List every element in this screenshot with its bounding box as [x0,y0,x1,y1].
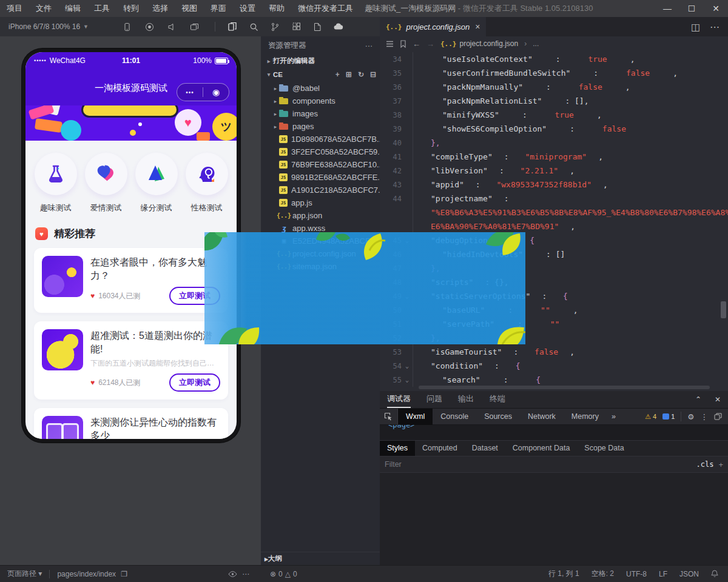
fold-chevron-icon[interactable]: ⌄ [402,363,413,369]
toggle-class-button[interactable]: .cls [696,460,714,469]
file-tree-item[interactable]: JS A1901C218A52ABCFC7... [261,184,380,196]
tab-debugger[interactable]: 调试器 [387,391,411,408]
menu-item[interactable]: 转到 [116,0,146,17]
fold-chevron-icon[interactable]: ⌄ [402,376,413,383]
breadcrumb-file[interactable]: {..}project.config.json [440,39,518,48]
menu-item[interactable]: 文件 [29,0,58,17]
wxml-node[interactable]: <page> [388,425,414,429]
collapse-all-icon[interactable]: ⊟ [370,70,376,79]
devtools-tab-console[interactable]: Console [433,409,476,425]
problems-indicator[interactable]: ⊗0 △0 [270,570,297,578]
test-card[interactable]: 来测测你让异性心动的指数有多少 ♥ 55320人已测 立即测试 [34,408,228,439]
code-line[interactable]: 40 }, [380,136,728,150]
copy-path-icon[interactable]: ❐ [121,570,127,578]
test-card[interactable]: 超准测试：5道题测出你的潜能! 下面的五道小测试题能帮你找到自己的潜能... ♥… [34,321,228,400]
outline-list-icon[interactable] [386,41,394,47]
warnings-badge[interactable]: ⚠4 [645,413,656,421]
current-page-path[interactable]: pages/index/index [57,570,116,578]
tab-scope-data[interactable]: Scope Data [577,441,631,456]
open-editors-section[interactable]: ▸ 打开的编辑器 [261,55,380,67]
code-line[interactable]: 37 "packNpmRelationList": [], [380,94,728,108]
menu-item[interactable]: 选择 [146,0,175,17]
editor-horizontal-scrollbar[interactable] [419,386,710,389]
code-line[interactable]: 35 "userConfirmedBundleSwitch": false, [380,66,728,80]
file-tree-item[interactable]: {..} app.json [261,209,380,222]
menu-item[interactable]: 项目 [0,0,29,17]
menu-item[interactable]: 设置 [233,0,262,17]
outline-section[interactable]: ▸ 大纲 [261,552,380,565]
preview-eye-icon[interactable] [228,571,237,577]
tab-computed[interactable]: Computed [415,441,465,456]
file-panel-icon[interactable] [313,22,322,32]
file-tree-item[interactable]: ▸ images [261,107,380,120]
undock-icon[interactable] [714,413,722,420]
refresh-icon[interactable]: ↻ [358,70,364,79]
mute-icon[interactable] [167,22,177,32]
eol-setting[interactable]: LF [659,570,667,578]
code-line[interactable]: 42 "libVersion": "2.21.1", [380,164,728,178]
code-line[interactable]: "%E8%B6%A3%E5%91%B3%E6%B5%8B%E8%AF%95_%E… [380,206,728,219]
capsule-menu-icon[interactable]: ••• [177,89,203,96]
project-root-section[interactable]: ▾ CE + ⊞ ↻ ⊟ [261,67,380,82]
menu-item[interactable]: 视图 [175,0,204,17]
code-line[interactable]: 55 ⌄ "search": { [380,373,728,387]
inspect-element-icon[interactable] [380,409,398,425]
devtools-tab-sources[interactable]: Sources [476,409,520,425]
devtools-tab-memory[interactable]: Memory [564,409,607,425]
nav-forward-icon[interactable]: → [426,39,434,48]
code-line[interactable]: 39 "showES6CompileOption": false [380,122,728,136]
cursor-position[interactable]: 行 1, 列 1 [548,569,579,579]
test-card[interactable]: 在追求者眼中，你有多大魅力？ ♥ 16034人已测 立即测试 [34,248,228,313]
panel-collapse-icon[interactable]: ⌃ [695,395,701,404]
capsule-buttons[interactable]: ••• ◉ [177,83,229,101]
encoding-setting[interactable]: UTF-8 [626,570,647,578]
file-tree-item[interactable]: ▸ pages [261,120,380,133]
menu-item[interactable]: 工具 [87,0,116,17]
extensions-icon[interactable] [292,22,301,32]
maximize-button[interactable]: ☐ [679,0,704,17]
menu-item[interactable]: 帮助 [262,0,291,17]
tab-close-icon[interactable]: × [475,22,480,32]
code-line[interactable]: 53 "isGameTourist": false, [380,345,728,359]
nav-back-icon[interactable]: ← [413,39,420,48]
indentation-setting[interactable]: 空格: 2 [592,569,614,579]
editor-more-icon[interactable]: ⋯ [710,21,720,33]
file-tree-item[interactable]: ▸ @babel [261,82,380,95]
tab-project-config-json[interactable]: {..} project.config.json × [380,17,486,36]
code-line[interactable]: 36 "packNpmManually": false, [380,80,728,94]
breadcrumb-more[interactable]: ... [533,39,539,48]
category-love-test[interactable]: 爱情测试 [83,153,130,213]
code-line[interactable]: 44 "projectname": [380,192,728,206]
statusbar-more-icon[interactable]: ⋯ [242,570,249,578]
cloud-icon[interactable] [334,22,344,31]
code-line[interactable]: E6%BA%90%E7%A0%81%E7%BD%91", [380,219,728,233]
file-tree-item[interactable]: JS 1D8980678A52ABCF7B... [261,133,380,146]
devtools-tab-network[interactable]: Network [520,409,564,425]
device-selector[interactable]: iPhone 6/7/8 100% 16▼ [8,22,89,31]
tab-styles[interactable]: Styles [380,441,415,456]
multi-window-icon[interactable] [190,22,199,32]
close-button[interactable]: ✕ [704,0,728,17]
code-line[interactable]: 38 "minifyWXSS": true, [380,108,728,122]
devtools-settings-icon[interactable]: ⚙ [687,412,694,421]
tab-problems[interactable]: 问题 [426,391,442,408]
code-line[interactable]: 34 "useIsolateContext": true, [380,52,728,66]
wxml-tree-pane[interactable]: <page> [380,425,728,441]
new-folder-icon[interactable]: ⊞ [346,70,352,79]
tab-terminal[interactable]: 终端 [490,391,505,408]
add-class-icon[interactable]: + [718,460,723,469]
menu-item[interactable]: 微信开发者工具 [291,0,360,17]
tab-dataset[interactable]: Dataset [465,441,505,456]
bookmark-icon[interactable] [400,40,406,48]
file-tree-item[interactable]: JS 76B9FE638A52ABCF10... [261,158,380,171]
git-branch-icon[interactable] [271,22,280,32]
banner-image[interactable]: ♥ ツ [25,105,237,141]
record-icon[interactable] [145,22,154,32]
panel-close-icon[interactable]: ✕ [715,395,721,404]
category-personality-test[interactable]: 性格测试 [183,153,231,213]
devtools-kebab-icon[interactable]: ⋮ [701,412,709,421]
split-editor-icon[interactable]: ◫ [691,21,700,33]
file-tree-item[interactable]: JS 9891B2E68A52ABCFFE... [261,171,380,184]
file-tree-item[interactable]: ▸ components [261,95,380,107]
category-fate-test[interactable]: 缘分测试 [133,153,180,213]
